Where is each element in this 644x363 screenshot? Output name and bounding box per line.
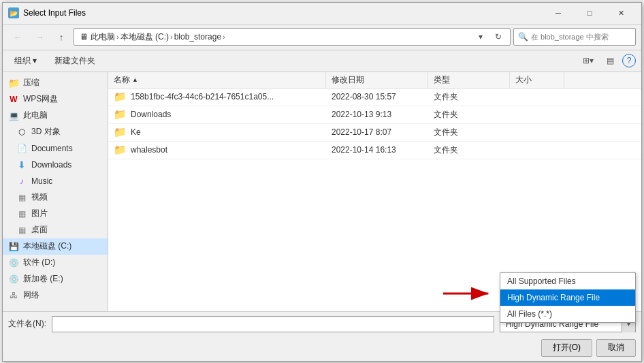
sidebar-item-drive-d[interactable]: 💿 软件 (D:) (3, 255, 108, 271)
col-header-date[interactable]: 修改日期 (326, 72, 428, 88)
titlebar: 📂 Select Input Files ─ □ ✕ (3, 3, 641, 25)
sidebar-item-zip[interactable]: 📁 压缩 (3, 75, 108, 91)
list-item[interactable]: All Files (*.*) (500, 306, 635, 322)
table-row[interactable]: 📁 Ke 2022-10-17 8:07 文件夹 (108, 124, 641, 142)
arrow-container (440, 280, 495, 309)
file-date-cell: 2022-10-14 16:13 (326, 145, 428, 155)
filename-input[interactable] (52, 316, 494, 332)
sidebar-item-label: Documents (31, 144, 73, 153)
file-name-cell: 📁 158b1fbc-4fc3-44c6-b214-7651c1a05... (108, 91, 326, 103)
open-button[interactable]: 打开(O) (541, 339, 592, 357)
table-row[interactable]: 📁 Downloads 2022-10-13 9:13 文件夹 (108, 106, 641, 124)
sidebar-item-3d[interactable]: ⬡ 3D 对象 (3, 124, 108, 140)
sidebar-item-local-c[interactable]: 💾 本地磁盘 (C:) (3, 238, 108, 255)
docs-icon: 📄 (16, 143, 27, 154)
sidebar-item-images[interactable]: ▦ 图片 (3, 206, 108, 222)
col-header-type[interactable]: 类型 (428, 72, 510, 88)
drive-d-icon: 💿 (8, 257, 19, 268)
file-type-cell: 文件夹 (428, 127, 510, 138)
new-folder-button[interactable]: 新建文件夹 (48, 52, 101, 69)
back-button[interactable]: ← (8, 28, 27, 46)
col-header-name[interactable]: 名称 ▲ (108, 72, 326, 88)
address-part-blob[interactable]: blob_storage (174, 32, 221, 42)
sidebar-item-label: 视频 (31, 191, 48, 203)
file-name-text: 158b1fbc-4fc3-44c6-b214-7651c1a05... (131, 92, 274, 101)
col-header-size[interactable]: 大小 (510, 72, 564, 88)
organize-button[interactable]: 组织 ▾ (8, 52, 43, 69)
sidebar-item-drive-e[interactable]: 💿 新加卷 (E:) (3, 271, 108, 287)
table-row[interactable]: 📁 158b1fbc-4fc3-44c6-b214-7651c1a05... 2… (108, 89, 641, 106)
sidebar-item-label: 本地磁盘 (C:) (23, 240, 71, 252)
file-name-cell: 📁 whalesbot (108, 144, 326, 156)
file-name-text: Downloads (131, 110, 171, 119)
sidebar-item-video[interactable]: ▦ 视频 (3, 189, 108, 206)
filename-label: 文件名(N): (8, 318, 46, 330)
folder-row-icon: 📁 (114, 108, 127, 121)
address-part-pc[interactable]: 此电脑 (91, 31, 115, 43)
network-icon: 🖧 (8, 290, 19, 301)
computer-small-icon: 🖥 (78, 31, 89, 42)
video-icon: ▦ (16, 192, 27, 203)
view-details-button[interactable]: ⊞▾ (579, 52, 598, 69)
drive-e-icon: 💿 (8, 274, 19, 285)
image-icon: ▦ (16, 208, 27, 219)
sidebar-item-documents[interactable]: 📄 Documents (3, 140, 108, 157)
folder-row-icon: 📁 (114, 91, 127, 103)
download-icon: ⬇ (16, 159, 27, 170)
address-refresh-btn[interactable]: ↻ (491, 29, 506, 44)
address-sep-1: › (116, 33, 119, 41)
close-button[interactable]: ✕ (606, 3, 636, 22)
music-icon: ♪ (16, 176, 27, 187)
list-item[interactable]: All Supported Files (500, 273, 635, 289)
wps-icon: W (8, 94, 19, 105)
file-name-text: Ke (131, 127, 141, 137)
sidebar-item-label: 网络 (23, 289, 39, 301)
red-arrow-icon (440, 280, 495, 307)
file-date-cell: 2022-08-30 15:57 (326, 92, 428, 101)
filetype-dropdown: All Supported FilesHigh Dynamic Range Fi… (500, 272, 636, 323)
titlebar-left: 📂 Select Input Files (8, 7, 86, 18)
folder-row-icon: 📁 (114, 126, 127, 138)
file-name-cell: 📁 Ke (108, 126, 326, 138)
address-toolbar: ← → ↑ 🖥 此电脑 › 本地磁盘 (C:) › blob_storage ›… (3, 25, 641, 50)
window-controls: ─ □ ✕ (543, 3, 636, 22)
file-rows-container: 📁 158b1fbc-4fc3-44c6-b214-7651c1a05... 2… (108, 89, 641, 159)
sidebar-item-downloads[interactable]: ⬇ Downloads (3, 157, 108, 173)
sidebar-item-network[interactable]: 🖧 网络 (3, 287, 108, 304)
sidebar-item-wps[interactable]: W WPS网盘 (3, 91, 108, 108)
address-sep-2: › (170, 33, 173, 41)
sidebar-item-label: 压缩 (23, 77, 39, 89)
cancel-button[interactable]: 取消 (596, 339, 636, 357)
file-type-cell: 文件夹 (428, 91, 510, 103)
file-name-cell: 📁 Downloads (108, 108, 326, 121)
window-title: Select Input Files (23, 8, 86, 18)
bottom-action-bar: 打开(O) 取消 (3, 336, 641, 361)
search-icon: 🔍 (518, 32, 528, 42)
address-bar[interactable]: 🖥 此电脑 › 本地磁盘 (C:) › blob_storage › ▾ ↻ (74, 28, 511, 46)
maximize-button[interactable]: □ (575, 3, 605, 22)
sidebar-item-label: 桌面 (31, 224, 48, 236)
desktop-icon: ▦ (16, 225, 27, 236)
file-type-cell: 文件夹 (428, 144, 510, 156)
sidebar-item-thispc[interactable]: 💻 此电脑 (3, 108, 108, 124)
list-item[interactable]: High Dynamic Range File (500, 289, 635, 306)
toolbar2: 组织 ▾ 新建文件夹 ⊞▾ ▤ ? (3, 50, 641, 72)
sidebar-item-music[interactable]: ♪ Music (3, 173, 108, 189)
search-bar[interactable]: 🔍 (513, 28, 636, 46)
table-row[interactable]: 📁 whalesbot 2022-10-14 16:13 文件夹 (108, 142, 641, 159)
address-part-c[interactable]: 本地磁盘 (C:) (120, 31, 169, 43)
help-button[interactable]: ? (622, 54, 636, 67)
up-button[interactable]: ↑ (52, 28, 71, 46)
file-date-cell: 2022-10-13 9:13 (326, 110, 428, 119)
dialog-window: 📂 Select Input Files ─ □ ✕ ← → ↑ 🖥 此电脑 ›… (2, 2, 642, 362)
minimize-button[interactable]: ─ (543, 3, 573, 22)
forward-button[interactable]: → (30, 28, 49, 46)
file-name-text: whalesbot (131, 145, 167, 155)
sidebar: 📁 压缩 W WPS网盘 💻 此电脑 ⬡ 3D 对象 📄 Documents ⬇ (3, 72, 108, 311)
search-input[interactable] (531, 33, 631, 41)
sidebar-item-desktop[interactable]: ▦ 桌面 (3, 222, 108, 238)
address-sep-3: › (223, 33, 225, 41)
address-dropdown-btn[interactable]: ▾ (473, 29, 488, 44)
folder-icon: 📁 (8, 78, 19, 89)
view-pane-button[interactable]: ▤ (600, 52, 619, 69)
